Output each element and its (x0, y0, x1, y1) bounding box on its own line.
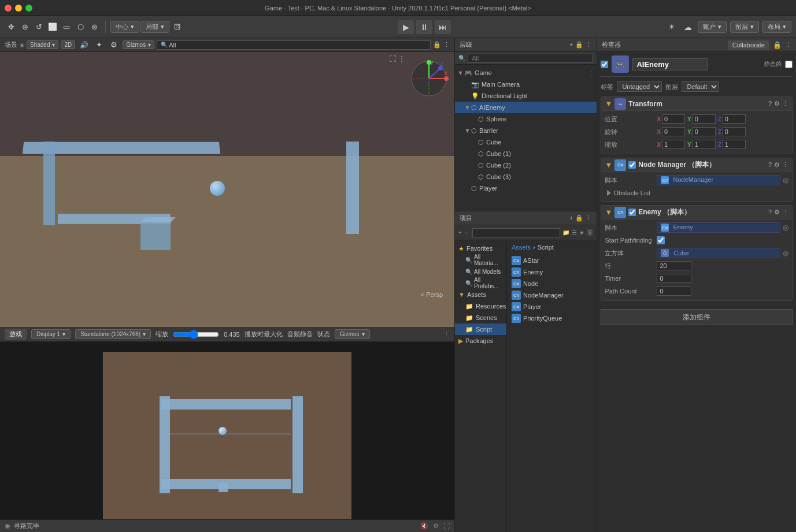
add-project-icon[interactable]: + (569, 214, 573, 222)
scale-z-input[interactable] (723, 140, 746, 149)
status-label[interactable]: 状态 (317, 330, 330, 338)
scale-tool[interactable]: ⬜ (46, 21, 59, 34)
pause-button[interactable]: ⏸ (416, 20, 432, 34)
tree-item-cube3[interactable]: ⬡ Cube (3) (455, 171, 597, 183)
display-dropdown[interactable]: Display 1 ▾ (31, 329, 71, 339)
nm-script-target-icon[interactable]: ◎ (783, 176, 788, 184)
resolution-dropdown[interactable]: Standalone (1024x768) ▾ (75, 329, 151, 339)
lock-inspector-icon[interactable]: 🔒 (773, 41, 782, 49)
transform-settings-icon[interactable]: ⚙ (774, 100, 780, 107)
scene-more-icon[interactable]: ⋮ (398, 55, 405, 63)
nodemanager-header[interactable]: ▼ C# Node Manager （脚本） ? ⚙ ⋮ (601, 158, 792, 172)
static-checkbox[interactable] (785, 61, 793, 68)
game-more-icon[interactable]: ⋮ (443, 330, 450, 338)
lock-hierarchy-icon[interactable]: 🔒 (575, 41, 583, 49)
start-path-checkbox[interactable] (657, 236, 665, 244)
more-scene-icon[interactable]: ⋮ (443, 41, 450, 49)
tree-item-barrier[interactable]: ▼ ⬡ Barrier (455, 125, 597, 136)
hierarchy-search-input[interactable] (468, 54, 593, 63)
close-button[interactable] (5, 5, 12, 12)
layers-dropdown[interactable]: 图层 ▾ (730, 21, 759, 33)
tag-dropdown[interactable]: Untagged (617, 81, 662, 92)
folder-view-icon[interactable]: 📁 (562, 229, 569, 236)
rot-x-input[interactable] (662, 127, 685, 136)
sidebar-scenes[interactable]: 📁 Scenes (455, 312, 506, 323)
2d-button[interactable]: 2D (61, 40, 75, 49)
cloud-icon[interactable]: ☁ (682, 21, 694, 34)
minimize-button[interactable] (15, 5, 22, 12)
game-gizmos-dropdown[interactable]: Gizmos ▾ (335, 329, 370, 339)
scale-x-input[interactable] (662, 140, 685, 149)
file-item-enemy[interactable]: C# Enemy (509, 266, 594, 278)
game-tab[interactable]: 游戏 (5, 329, 27, 340)
play-button[interactable]: ▶ (398, 20, 414, 34)
window-controls[interactable] (5, 5, 32, 12)
scene-search[interactable]: 🔍 All (157, 40, 431, 50)
tree-item-game[interactable]: ▼ 🎮 Game ⋮ (455, 67, 597, 79)
enemy-settings-icon[interactable]: ⚙ (774, 209, 780, 216)
pan-tool[interactable]: ⊕ (18, 21, 31, 34)
tree-item-player[interactable]: ⬡ Player (455, 183, 597, 194)
cube-ref-field[interactable]: ⬡ Cube (657, 248, 780, 258)
layer-dropdown[interactable]: Default (682, 81, 719, 92)
transform-more-icon[interactable]: ⋮ (782, 100, 788, 107)
lock-project-icon[interactable]: 🔒 (575, 214, 583, 222)
sidebar-all-prefabs[interactable]: 🔍 All Prefabs... (455, 277, 506, 289)
file-item-astar[interactable]: C# AStar (509, 255, 594, 266)
sidebar-assets-header[interactable]: ▼ Assets (455, 289, 506, 300)
file-item-nodemanager[interactable]: C# NodeManager (509, 289, 594, 301)
light-icon[interactable]: ☀ (665, 21, 678, 34)
layout-dropdown[interactable]: 布局 ▾ (762, 21, 791, 33)
project-search-input[interactable] (472, 228, 560, 237)
tree-item-cube1[interactable]: ⬡ Cube (1) (455, 148, 597, 159)
enemy-script-target-icon[interactable]: ◎ (783, 224, 788, 232)
rotate-tool[interactable]: ↺ (32, 21, 45, 34)
tree-item-dirlight[interactable]: 💡 Directional Light (455, 90, 597, 102)
local-dropdown[interactable]: 局部 ▾ (140, 21, 169, 33)
transform-header[interactable]: ▼ ↔ Transform ? ⚙ ⋮ (601, 97, 792, 111)
add-component-button[interactable]: 添加组件 (601, 309, 793, 325)
sidebar-all-models[interactable]: 🔍 All Models (455, 266, 506, 277)
object-active-checkbox[interactable] (601, 61, 608, 68)
tree-item-cube2[interactable]: ⬡ Cube (2) (455, 159, 597, 171)
more-inspector-icon[interactable]: ⋮ (785, 41, 791, 49)
lock-scene-icon[interactable]: 🔒 (433, 41, 441, 49)
pos-y-input[interactable] (693, 114, 716, 124)
row-input[interactable] (657, 261, 691, 270)
sidebar-packages[interactable]: ▶ Packages (455, 335, 506, 347)
scale-slider[interactable] (173, 330, 219, 339)
rot-z-input[interactable] (723, 127, 746, 136)
custom-tool[interactable]: ⊗ (88, 21, 101, 34)
maximize-button[interactable] (25, 5, 32, 12)
obstacle-list-row[interactable]: Obstacle List (605, 187, 788, 199)
object-name-input[interactable] (632, 58, 708, 70)
gizmos-dropdown[interactable]: Gizmos ▾ (123, 40, 154, 49)
enemy-more-icon[interactable]: ⋮ (782, 209, 788, 216)
collaborate-button[interactable]: Collaborate (728, 40, 769, 50)
rect-tool[interactable]: ▭ (60, 21, 73, 34)
snap-tool[interactable]: ⚄ (171, 21, 183, 34)
nm-script-ref[interactable]: C# NodeManager (657, 175, 780, 186)
center-dropdown[interactable]: 中心 ▾ (110, 21, 139, 33)
file-item-node[interactable]: C# Node (509, 278, 594, 289)
file-item-player[interactable]: C# Player (509, 301, 594, 312)
rot-y-input[interactable] (693, 127, 716, 136)
step-button[interactable]: ⏭ (435, 20, 451, 34)
scene-content[interactable]: X Y Z (0, 52, 454, 327)
file-item-priorityqueue[interactable]: C# PriorityQueue (509, 312, 594, 324)
account-dropdown[interactable]: 账户 ▾ (698, 21, 727, 33)
sidebar-favorites-header[interactable]: ★ Favorites (455, 243, 506, 254)
enemy-script-ref[interactable]: C# Enemy (657, 222, 780, 233)
maximize-icon[interactable]: ⛶ (389, 55, 396, 63)
enemy-help-icon[interactable]: ? (768, 209, 772, 216)
tree-item-aienemy[interactable]: ▼ ⬡ AIEnemy (455, 102, 597, 113)
timer-input[interactable] (657, 274, 691, 283)
tree-item-cube[interactable]: ⬡ Cube (455, 136, 597, 148)
filter-icon[interactable]: ☰ (572, 229, 577, 236)
pos-z-input[interactable] (723, 114, 746, 124)
audio-icon[interactable]: 🔊 (77, 39, 90, 51)
nodemanager-settings-icon[interactable]: ⚙ (774, 161, 780, 169)
tree-item-maincamera[interactable]: 📷 Main Camera (455, 79, 597, 90)
pos-x-input[interactable] (662, 114, 685, 124)
shading-dropdown[interactable]: Shaded ▾ (27, 40, 58, 49)
